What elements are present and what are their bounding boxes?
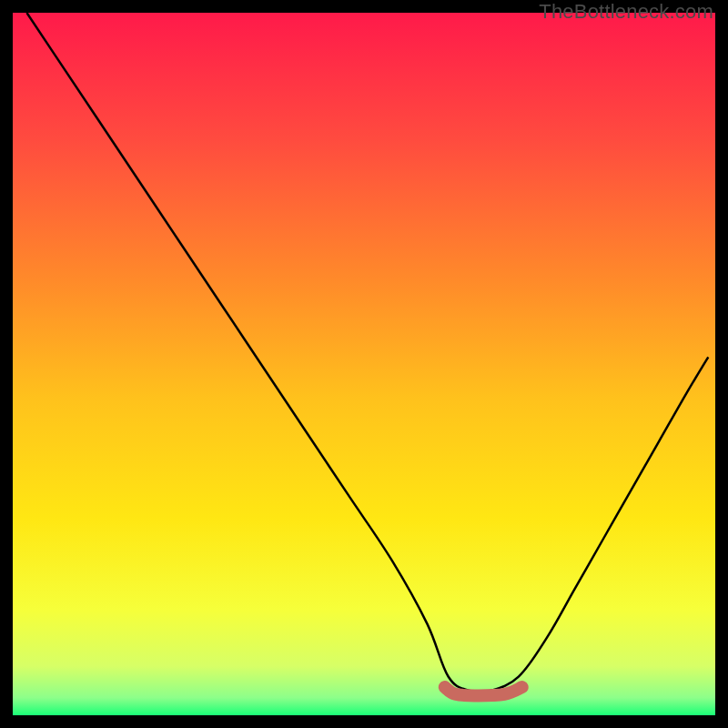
chart-background-gradient <box>13 13 715 715</box>
bottleneck-chart <box>13 13 715 715</box>
chart-plot-area <box>13 13 715 715</box>
watermark-text: TheBottleneck.com <box>539 0 713 24</box>
